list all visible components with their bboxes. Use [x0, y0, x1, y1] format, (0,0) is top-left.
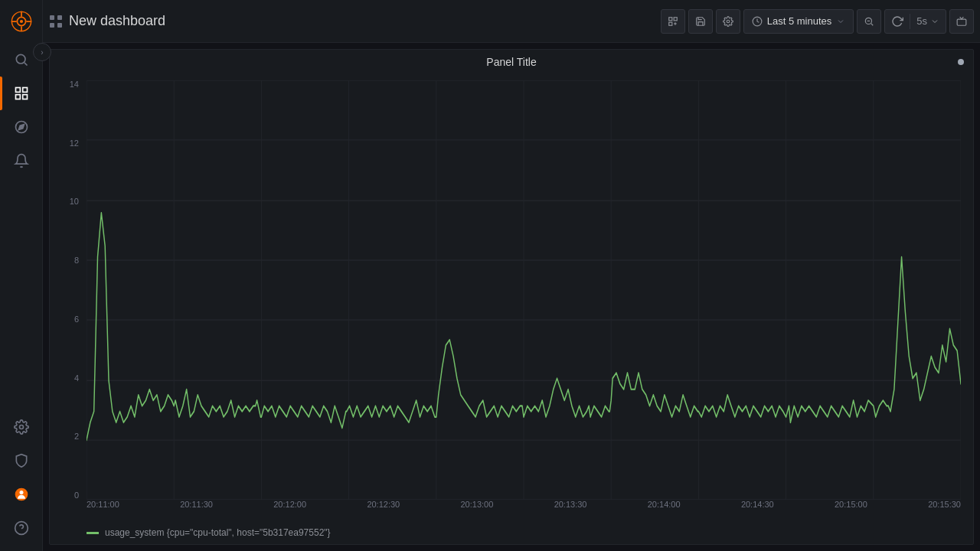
refresh-interval-part[interactable]: 5s	[910, 9, 946, 34]
time-range-label: Last 5 minutes	[767, 15, 832, 27]
y-label-12: 12	[70, 139, 79, 148]
x-label-9: 20:15:30	[928, 500, 961, 509]
sidebar: ›	[0, 0, 43, 551]
svg-line-8	[24, 63, 27, 66]
svg-rect-20	[50, 15, 54, 20]
menu-grid-icon	[49, 15, 63, 28]
legend-color-indicator	[87, 532, 99, 534]
sidebar-item-dashboards[interactable]	[0, 77, 43, 110]
panel-header: Panel Title	[50, 50, 973, 74]
dashboard-title: New dashboard	[69, 13, 165, 29]
svg-rect-24	[668, 17, 671, 20]
svg-point-17	[19, 491, 23, 494]
x-label-2: 20:12:00	[273, 500, 306, 509]
y-label-8: 8	[74, 256, 79, 265]
sidebar-item-shield[interactable]	[0, 444, 43, 478]
x-label-7: 20:14:30	[741, 500, 774, 509]
topbar-left: New dashboard	[49, 13, 655, 29]
svg-rect-25	[674, 17, 677, 20]
chart-svg-container	[87, 80, 961, 500]
sidebar-nav	[0, 43, 42, 410]
refresh-icon-part[interactable]	[885, 9, 910, 34]
svg-rect-23	[57, 23, 62, 28]
x-axis: 20:11:00 20:11:30 20:12:00 20:12:30 20:1…	[87, 500, 961, 521]
sidebar-item-profile[interactable]	[0, 478, 43, 511]
y-label-6: 6	[74, 315, 79, 324]
svg-point-15	[19, 425, 23, 429]
time-range-picker[interactable]: Last 5 minutes	[743, 9, 854, 34]
chart-area: 0 2 4 6 8 10 12 14 20:11:00 20:11:30 20:…	[50, 74, 973, 524]
svg-rect-26	[668, 22, 671, 25]
svg-rect-34	[957, 19, 966, 25]
main-area: New dashboard	[43, 0, 980, 551]
svg-line-33	[871, 23, 874, 25]
svg-rect-22	[50, 23, 54, 28]
chart-svg	[87, 80, 961, 500]
sidebar-collapse-button[interactable]: ›	[33, 43, 51, 61]
x-label-5: 20:13:30	[554, 500, 587, 509]
save-button[interactable]	[688, 9, 713, 34]
grafana-logo[interactable]	[0, 0, 43, 43]
svg-rect-12	[22, 95, 27, 99]
x-label-6: 20:14:00	[648, 500, 681, 509]
svg-rect-21	[57, 15, 62, 20]
topbar: New dashboard	[43, 0, 980, 43]
y-label-0: 0	[74, 491, 79, 500]
svg-marker-14	[18, 124, 24, 129]
svg-rect-11	[15, 95, 20, 99]
y-label-4: 4	[74, 374, 79, 383]
panel: Panel Title 0 2 4 6 8 10 12 14 20:11:00	[49, 49, 974, 545]
svg-point-6	[19, 20, 22, 23]
y-axis: 0 2 4 6 8 10 12 14	[50, 80, 83, 500]
svg-point-29	[727, 20, 730, 23]
topbar-right: Last 5 minutes	[661, 9, 974, 34]
svg-rect-10	[22, 88, 27, 93]
zoom-out-button[interactable]	[857, 9, 881, 34]
svg-rect-9	[15, 88, 20, 93]
x-label-1: 20:11:30	[180, 500, 213, 509]
x-label-8: 20:15:00	[835, 500, 867, 509]
sidebar-item-settings[interactable]	[0, 410, 43, 444]
refresh-button[interactable]: 5s	[884, 9, 946, 34]
sidebar-bottom	[0, 410, 43, 551]
y-label-2: 2	[74, 432, 79, 441]
sidebar-item-explore[interactable]	[0, 110, 43, 144]
y-label-10: 10	[70, 197, 79, 206]
tv-mode-button[interactable]	[949, 9, 974, 34]
x-label-0: 20:11:00	[87, 500, 119, 509]
sidebar-item-alerting[interactable]	[0, 144, 43, 178]
refresh-interval-label: 5s	[916, 15, 927, 27]
svg-point-7	[16, 54, 25, 64]
dashboard-content: Panel Title 0 2 4 6 8 10 12 14 20:11:00	[43, 43, 980, 551]
y-label-14: 14	[70, 80, 79, 89]
legend-label: usage_system {cpu="cpu-total", host="5b3…	[105, 527, 331, 538]
dashboard-settings-button[interactable]	[716, 9, 740, 34]
x-label-4: 20:13:00	[461, 500, 494, 509]
chart-legend: usage_system {cpu="cpu-total", host="5b3…	[50, 524, 973, 544]
panel-title: Panel Title	[486, 56, 536, 68]
add-panel-button[interactable]	[661, 9, 685, 34]
x-label-3: 20:12:30	[367, 500, 400, 509]
panel-status-dot	[958, 59, 964, 65]
sidebar-item-help[interactable]	[0, 511, 43, 545]
